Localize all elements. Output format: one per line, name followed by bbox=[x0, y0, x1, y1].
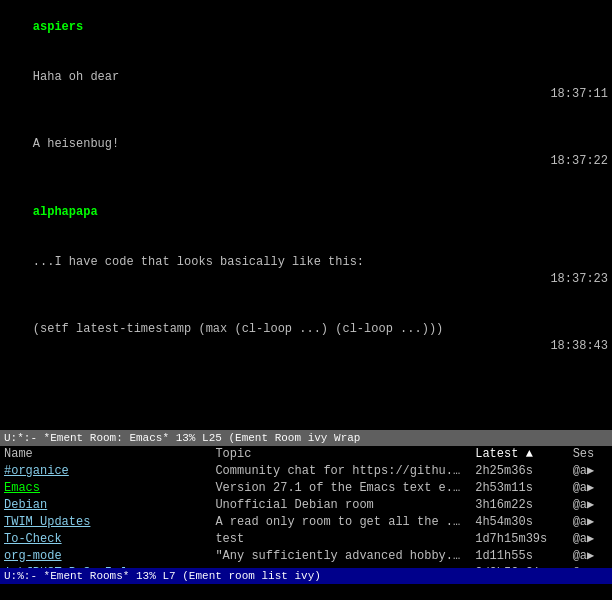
room-ses-cell: @a▶ bbox=[569, 462, 612, 479]
message-text: Haha oh dear bbox=[33, 70, 119, 84]
col-header-ses: Ses bbox=[569, 446, 612, 462]
room-name-link[interactable]: TWIM Updates bbox=[4, 515, 90, 529]
room-ses-cell: @a▶ bbox=[569, 547, 612, 564]
room-name-link[interactable]: To-Check bbox=[4, 532, 62, 546]
room-name-cell[interactable]: TWIM Updates bbox=[0, 513, 211, 530]
rooms-status-text: U:%:- *Ement Rooms* 13% L7 (Ement room l… bbox=[4, 570, 321, 582]
room-ses-cell: @a▶ bbox=[569, 479, 612, 496]
room-latest-cell: 4h54m30s bbox=[471, 513, 568, 530]
table-row[interactable]: To-Checktest1d7h15m39s@a▶ bbox=[0, 530, 612, 547]
message-text: A heisenbug! bbox=[33, 137, 119, 151]
chat-status-bar: U:*:- *Ement Room: Emacs* 13% L25 (Ement… bbox=[0, 430, 612, 446]
table-row[interactable]: DebianUnofficial Debian room3h16m22s@a▶ bbox=[0, 496, 612, 513]
room-name-link[interactable]: Emacs bbox=[4, 481, 40, 495]
room-topic-cell: Unofficial Debian room bbox=[211, 496, 471, 513]
room-ses-cell: @a▶ bbox=[569, 530, 612, 547]
username: aspiers bbox=[33, 20, 83, 34]
room-topic-cell: A read only room to get all the ... bbox=[211, 513, 471, 530]
timestamp: 18:37:23 bbox=[550, 271, 608, 288]
room-topic-cell: test bbox=[211, 530, 471, 547]
col-header-topic: Topic bbox=[211, 446, 471, 462]
room-latest-cell: 1d7h15m39s bbox=[471, 530, 568, 547]
chat-line: (setf latest-timestamp (max (cl-loop ...… bbox=[4, 304, 608, 371]
room-name-link[interactable]: #organice bbox=[4, 464, 69, 478]
room-topic-cell: Version 27.1 of the Emacs text e... bbox=[211, 479, 471, 496]
room-latest-cell: 3h16m22s bbox=[471, 496, 568, 513]
table-header-row: Name Topic Latest ▲ Ses bbox=[0, 446, 612, 462]
room-name-cell[interactable]: #organice bbox=[0, 462, 211, 479]
message-text: (setf latest-timestamp (max (cl-loop ...… bbox=[33, 322, 443, 336]
room-ses-cell: @a▶ bbox=[569, 513, 612, 530]
col-header-latest: Latest ▲ bbox=[471, 446, 568, 462]
room-topic-cell: "Any sufficiently advanced hobby... bbox=[211, 547, 471, 564]
room-latest-cell: 2h53m11s bbox=[471, 479, 568, 496]
timestamp: 18:37:11 bbox=[550, 86, 608, 103]
col-header-name: Name bbox=[0, 446, 211, 462]
room-name-cell[interactable]: org-mode bbox=[0, 547, 211, 564]
chat-status-text: U:*:- *Ement Room: Emacs* 13% L25 (Ement… bbox=[4, 432, 360, 444]
room-topic-cell: Community chat for https://githu... bbox=[211, 462, 471, 479]
room-latest-cell: 2h25m36s bbox=[471, 462, 568, 479]
rooms-tbody: #organiceCommunity chat for https://gith… bbox=[0, 462, 612, 568]
chat-message: aspiers bbox=[4, 2, 608, 52]
room-latest-cell: 1d11h55s bbox=[471, 547, 568, 564]
table-row[interactable]: TWIM UpdatesA read only room to get all … bbox=[0, 513, 612, 530]
timestamp: 18:37:22 bbox=[550, 153, 608, 170]
room-name-link[interactable]: org-mode bbox=[4, 549, 62, 563]
table-row[interactable]: #organiceCommunity chat for https://gith… bbox=[0, 462, 612, 479]
rooms-table: Name Topic Latest ▲ Ses #organiceCommuni… bbox=[0, 446, 612, 568]
room-name-cell[interactable]: Emacs bbox=[0, 479, 211, 496]
chat-area: aspiers Haha oh dear 18:37:11 A heisenbu… bbox=[0, 0, 612, 430]
chat-message: alphapapa bbox=[4, 187, 608, 237]
chat-line bbox=[4, 372, 608, 422]
chat-line: ...I have code that looks basically like… bbox=[4, 237, 608, 304]
room-name-link[interactable]: Debian bbox=[4, 498, 47, 512]
username: alphapapa bbox=[33, 205, 98, 219]
room-name-cell[interactable]: To-Check bbox=[0, 530, 211, 547]
chat-line: A heisenbug! 18:37:22 bbox=[4, 120, 608, 187]
table-row[interactable]: EmacsVersion 27.1 of the Emacs text e...… bbox=[0, 479, 612, 496]
chat-line: As is, that fails, because the first loo… bbox=[4, 422, 608, 430]
rooms-status-bar: U:%:- *Ement Rooms* 13% L7 (Ement room l… bbox=[0, 568, 612, 584]
room-ses-cell: @a▶ bbox=[569, 496, 612, 513]
rooms-area: Name Topic Latest ▲ Ses #organiceCommuni… bbox=[0, 446, 612, 568]
message-text: ...I have code that looks basically like… bbox=[33, 255, 364, 269]
table-row[interactable]: org-mode"Any sufficiently advanced hobby… bbox=[0, 547, 612, 564]
chat-line: Haha oh dear 18:37:11 bbox=[4, 52, 608, 119]
room-name-cell[interactable]: Debian bbox=[0, 496, 211, 513]
timestamp: 18:38:43 bbox=[550, 338, 608, 355]
